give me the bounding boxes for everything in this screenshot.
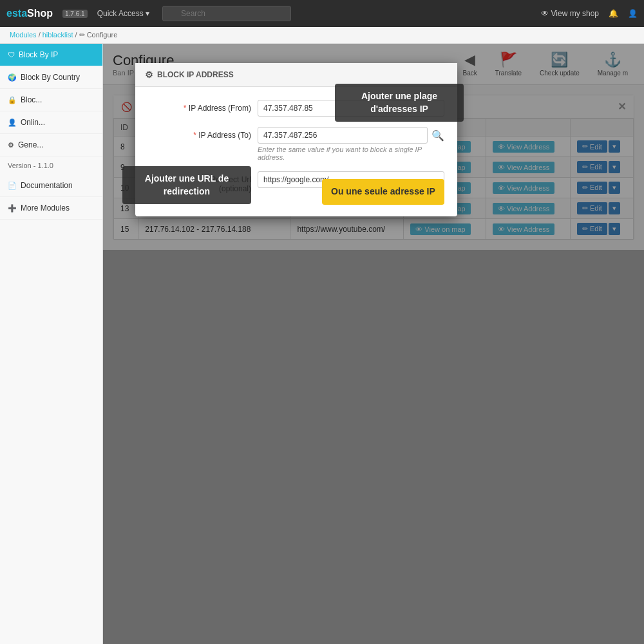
notifications-icon[interactable]: 🔔 <box>609 9 618 18</box>
ip-from-label: * IP Address (From) <box>148 100 251 113</box>
modal-settings-icon: ⚙ <box>145 70 153 80</box>
version-badge: 1.7.6.1 <box>62 10 88 18</box>
user-icon[interactable]: 👤 <box>628 9 638 18</box>
gear-icon: ⚙ <box>8 141 14 149</box>
breadcrumb: Modules / hiblacklist / ✏ Configure <box>0 27 644 44</box>
ip-to-container: 🔍 Enter the same value if you want to bl… <box>258 127 444 161</box>
sidebar-item-block-by-country[interactable]: 🌍 Block By Country <box>0 66 102 89</box>
search-container: 🔍 <box>162 6 291 21</box>
annotation-plage: Ajouter une plage d'adresses IP <box>335 84 464 122</box>
annotation-url: Ajouter une URL de redirection <box>122 166 251 204</box>
annotation-seule: Ou une seule adresse IP <box>322 179 444 205</box>
ip-search-icon[interactable]: 🔍 <box>431 129 444 142</box>
sidebar-item-documentation[interactable]: 📄 Documentation <box>0 175 102 197</box>
breadcrumb-modules[interactable]: Modules <box>10 31 37 39</box>
sidebar-item-block-by-ip[interactable]: 🛡 Block By IP <box>0 44 102 66</box>
logo: estaShop <box>6 8 53 19</box>
nav-right: 👁 View my shop 🔔 👤 <box>541 9 638 18</box>
sidebar-item-more-modules[interactable]: ➕ More Modules <box>0 197 102 220</box>
page-area: Configure Ban IP - Block V... ◀ Back 🚩 T… <box>103 44 644 644</box>
top-navbar: estaShop 1.7.6.1 Quick Access ▾ 🔍 👁 View… <box>0 0 644 27</box>
search-input[interactable] <box>162 6 291 21</box>
breadcrumb-hiblacklist[interactable]: hiblacklist <box>43 31 73 39</box>
view-my-shop-link[interactable]: 👁 View my shop <box>541 9 599 18</box>
ip-to-label: * IP Address (To) <box>148 127 251 140</box>
ip-input-row: 🔍 <box>258 127 444 144</box>
sidebar-item-online[interactable]: 👤 Onlin... <box>0 111 102 134</box>
main-content: 🛡 Block By IP 🌍 Block By Country 🔒 Bloc.… <box>0 44 644 644</box>
sidebar-item-gene[interactable]: ⚙ Gene... <box>0 134 102 156</box>
block-icon: 🔒 <box>8 96 17 104</box>
ip-to-input[interactable] <box>258 127 428 144</box>
form-group-ip-to: * IP Address (To) 🔍 Enter the same value… <box>148 127 444 161</box>
ip-to-help: Enter the same value if you want to bloc… <box>258 146 444 161</box>
doc-icon: 📄 <box>8 182 17 190</box>
plus-icon: ➕ <box>8 204 17 213</box>
eye-icon: 👁 <box>541 9 549 18</box>
version-label: Version - 1.1.0 <box>0 156 102 175</box>
shield-icon: 🛡 <box>8 51 15 59</box>
breadcrumb-configure: ✏ Configure <box>79 31 118 39</box>
sidebar: 🛡 Block By IP 🌍 Block By Country 🔒 Bloc.… <box>0 44 103 644</box>
modal-title: BLOCK IP ADDRESS <box>157 70 234 79</box>
globe-icon: 🌍 <box>8 73 17 82</box>
person-icon: 👤 <box>8 118 17 127</box>
quick-access-menu[interactable]: Quick Access ▾ <box>97 9 149 18</box>
sidebar-item-bloc[interactable]: 🔒 Bloc... <box>0 89 102 111</box>
